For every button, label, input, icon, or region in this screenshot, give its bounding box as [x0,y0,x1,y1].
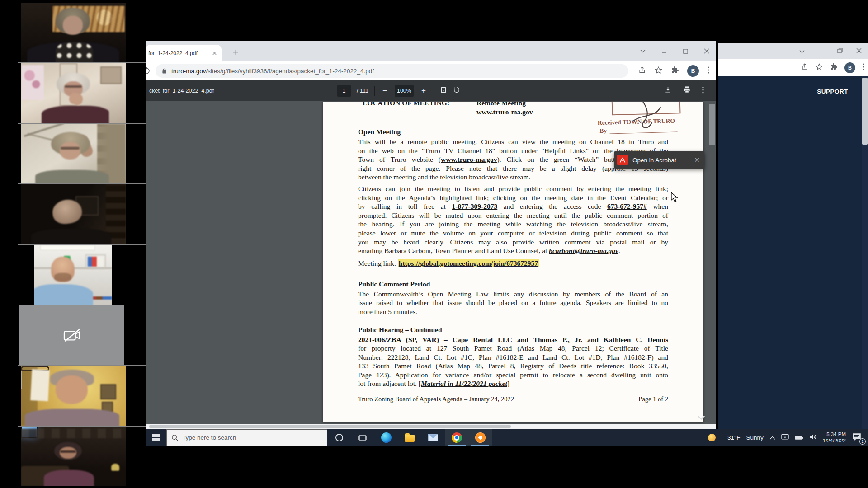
action-center-button[interactable]: 1 [852,432,863,443]
pdf-viewer: LOCATION OF MEETING: Remote Meeting www.… [146,101,716,424]
fit-to-page-icon[interactable] [440,86,447,95]
chrome-button[interactable] [445,429,468,446]
bg-scrollbar[interactable] [862,76,868,429]
participant-video-8[interactable] [18,427,146,486]
mail-icon [428,434,438,441]
url-path: /sites/g/files/vyhlif3936/f/agendas/pack… [206,68,374,75]
bg-scrollbar-thumb[interactable] [862,78,868,145]
reload-icon[interactable] [146,67,151,77]
maximize-icon[interactable] [682,47,689,55]
system-tray: 31°F Sunny 5:34 PM 1/24/2022 1 [708,429,868,446]
url-text: truro-ma.gov/sites/g/files/vyhlif3936/f/… [171,68,374,75]
bg-menu-icon[interactable] [863,63,864,72]
bookmark-star-icon[interactable] [655,66,662,76]
participant-video-1[interactable] [18,3,146,63]
new-tab-button[interactable] [229,45,242,59]
print-icon[interactable] [683,86,691,95]
mail-button[interactable] [421,429,445,446]
gotomeeting-button[interactable] [468,429,492,446]
pdf-page-controls: 1 / 111 − 100% + [337,80,460,101]
minimize-icon[interactable] [660,47,668,55]
chrome-icon [452,432,462,443]
scroll-down-chevron-icon[interactable] [697,414,706,422]
bg-close-icon[interactable] [856,47,862,55]
bg-restore-icon[interactable] [837,47,843,55]
stamp-by-label: By [599,127,607,135]
public-comment-heading: Public Comment Period [358,280,668,289]
clock-time: 5:34 PM [823,432,846,438]
browser-menu-icon[interactable] [708,66,709,75]
close-window-icon[interactable] [703,47,710,55]
open-in-acrobat-popup[interactable]: Open in Acrobat ✕ [614,151,704,169]
public-hearing-paragraph: 2021-006/ZBA (SP, VAR) – Cape Rental LLC… [358,335,668,389]
display-tray-icon[interactable] [781,434,789,442]
participant-video-3[interactable] [18,124,146,184]
support-link[interactable]: SUPPORT [817,88,848,95]
weather-sun-icon[interactable] [708,434,716,441]
bg-share-icon[interactable] [801,63,808,72]
open-in-acrobat-label: Open in Acrobat [632,157,694,164]
toast-close-icon[interactable]: ✕ [694,156,700,164]
pdf-page: LOCATION OF MEETING: Remote Meeting www.… [323,102,703,422]
bg-bookmark-star-icon[interactable] [816,63,823,72]
taskbar-search-box[interactable] [166,429,327,446]
browser-toolbar: truro-ma.gov/sites/g/files/vyhlif3936/f/… [146,61,716,80]
horizontal-scrollbar-thumb[interactable] [149,425,511,428]
participant-video-2[interactable] [18,63,146,124]
zoom-in-icon[interactable]: + [420,86,428,95]
search-input[interactable] [182,434,309,441]
weather-temp-label[interactable]: 31°F [727,434,741,441]
tab-search-icon[interactable] [639,47,646,55]
download-icon[interactable] [664,86,672,95]
background-browser-window: B SUPPORT [718,43,868,429]
participant-7-video-feed [21,366,126,426]
weather-condition-label[interactable]: Sunny [746,434,764,441]
gotomeeting-daisy-icon [475,432,486,443]
scrollbar-thumb[interactable] [709,104,715,145]
page-number-input[interactable]: 1 [337,85,351,97]
participant-video-6[interactable] [18,305,146,366]
start-button[interactable] [146,429,166,446]
taskbar-clock[interactable]: 5:34 PM 1/24/2022 [823,432,846,444]
extensions-icon[interactable] [671,66,679,76]
zoom-out-icon[interactable]: − [381,86,389,95]
zoom-level[interactable]: 100% [395,85,414,97]
camera-off-icon [62,328,81,343]
browser-tab[interactable]: for_1-24-2022_4.pdf [146,45,222,61]
participant-video-5[interactable] [18,245,146,305]
participant-video-4[interactable] [18,184,146,245]
tab-close-icon[interactable] [211,50,218,57]
profile-avatar[interactable]: B [687,65,699,77]
url-domain: truro-ma.gov [171,68,206,75]
volume-tray-icon[interactable] [809,434,817,442]
bg-minimize-icon[interactable] [818,47,824,55]
file-explorer-button[interactable] [398,429,421,446]
rotate-icon[interactable] [453,86,460,95]
battery-tray-icon[interactable] [795,434,803,442]
edge-icon [381,432,392,443]
participant-3-video-feed [21,124,126,183]
tab-title: for_1-24-2022_4.pdf [148,50,211,56]
cortana-button[interactable] [327,429,351,446]
participant-2-video-feed [21,63,126,123]
public-comment-paragraph: The Commonwealth’s Open Meeting Law limi… [358,290,668,316]
bg-tab-search-icon[interactable] [799,47,805,55]
taskbar-apps [327,429,492,446]
participant-video-7[interactable] [18,366,146,427]
participant-5-video-feed [34,245,112,305]
received-stamp: Received TOWN OF TRURO By [597,102,703,146]
meeting-link-line[interactable]: Meeting link: https://global.gotomeeting… [358,259,668,268]
bg-profile-avatar[interactable]: B [844,62,855,73]
bg-extensions-icon[interactable] [830,63,837,72]
pdf-menu-icon[interactable] [702,86,704,95]
pdf-vertical-scrollbar[interactable] [708,101,716,424]
lock-icon [162,68,167,74]
pdf-filename: cket_for_1-24-2022_4.pdf [149,80,214,101]
share-icon[interactable] [638,66,646,76]
edge-button[interactable] [374,429,398,446]
task-view-button[interactable] [351,429,374,446]
screen: for_1-24-2022_4.pdf [0,0,868,488]
address-bar[interactable]: truro-ma.gov/sites/g/files/vyhlif3936/f/… [156,64,628,78]
pdf-horizontal-scrollbar[interactable] [146,424,716,429]
tray-chevron-up-icon[interactable] [769,434,775,442]
